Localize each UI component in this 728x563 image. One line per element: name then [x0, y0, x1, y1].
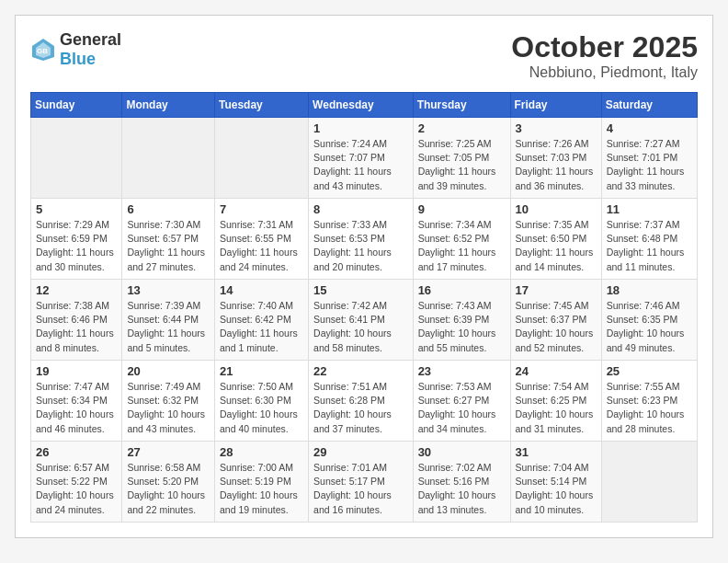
day-info: Sunrise: 7:26 AM Sunset: 7:03 PM Dayligh…: [516, 137, 597, 193]
calendar-cell: 18Sunrise: 7:46 AM Sunset: 6:35 PM Dayli…: [601, 280, 697, 361]
day-number: 8: [313, 202, 408, 216]
calendar-week-5: 26Sunrise: 6:57 AM Sunset: 5:22 PM Dayli…: [31, 442, 698, 523]
day-number: 11: [607, 202, 692, 216]
day-info: Sunrise: 7:04 AM Sunset: 5:14 PM Dayligh…: [516, 461, 597, 517]
calendar-cell: 26Sunrise: 6:57 AM Sunset: 5:22 PM Dayli…: [31, 442, 122, 523]
day-info: Sunrise: 7:01 AM Sunset: 5:17 PM Dayligh…: [313, 461, 408, 517]
day-number: 3: [516, 121, 597, 135]
calendar-week-2: 5Sunrise: 7:29 AM Sunset: 6:59 PM Daylig…: [31, 199, 698, 280]
calendar-cell: 14Sunrise: 7:40 AM Sunset: 6:42 PM Dayli…: [215, 280, 309, 361]
day-info: Sunrise: 7:29 AM Sunset: 6:59 PM Dayligh…: [36, 218, 117, 274]
calendar-cell: [122, 118, 215, 199]
calendar-cell: 30Sunrise: 7:02 AM Sunset: 5:16 PM Dayli…: [413, 442, 510, 523]
day-number: 15: [313, 283, 408, 297]
day-number: 17: [516, 283, 597, 297]
title-area: October 2025 Nebbiuno, Piedmont, Italy: [511, 30, 698, 81]
day-number: 28: [220, 445, 303, 459]
calendar-cell: 29Sunrise: 7:01 AM Sunset: 5:17 PM Dayli…: [309, 442, 414, 523]
day-info: Sunrise: 7:31 AM Sunset: 6:55 PM Dayligh…: [220, 218, 303, 274]
day-info: Sunrise: 6:57 AM Sunset: 5:22 PM Dayligh…: [36, 461, 117, 517]
calendar-cell: 27Sunrise: 6:58 AM Sunset: 5:20 PM Dayli…: [122, 442, 215, 523]
day-number: 24: [516, 364, 597, 378]
logo-icon: GB: [30, 37, 56, 63]
calendar-cell: 3Sunrise: 7:26 AM Sunset: 7:03 PM Daylig…: [510, 118, 601, 199]
day-number: 25: [607, 364, 692, 378]
calendar-container: GB General Blue October 2025 Nebbiuno, P…: [15, 15, 713, 538]
header-sunday: Sunday: [31, 93, 122, 118]
day-info: Sunrise: 7:33 AM Sunset: 6:53 PM Dayligh…: [313, 218, 408, 274]
svg-text:GB: GB: [37, 47, 48, 55]
day-number: 31: [516, 445, 597, 459]
calendar-cell: 1Sunrise: 7:24 AM Sunset: 7:07 PM Daylig…: [309, 118, 414, 199]
location-title: Nebbiuno, Piedmont, Italy: [511, 64, 698, 81]
header-saturday: Saturday: [601, 93, 697, 118]
day-number: 2: [418, 121, 506, 135]
day-number: 21: [220, 364, 303, 378]
calendar-cell: 23Sunrise: 7:53 AM Sunset: 6:27 PM Dayli…: [413, 361, 510, 442]
day-info: Sunrise: 7:42 AM Sunset: 6:41 PM Dayligh…: [313, 299, 408, 355]
day-info: Sunrise: 7:47 AM Sunset: 6:34 PM Dayligh…: [36, 380, 117, 436]
calendar-cell: 17Sunrise: 7:45 AM Sunset: 6:37 PM Dayli…: [510, 280, 601, 361]
day-number: 20: [127, 364, 210, 378]
day-number: 6: [127, 202, 210, 216]
day-info: Sunrise: 7:30 AM Sunset: 6:57 PM Dayligh…: [127, 218, 210, 274]
calendar-body: 1Sunrise: 7:24 AM Sunset: 7:07 PM Daylig…: [31, 118, 698, 523]
calendar-cell: 28Sunrise: 7:00 AM Sunset: 5:19 PM Dayli…: [215, 442, 309, 523]
logo: GB General Blue: [30, 30, 121, 69]
calendar-cell: 15Sunrise: 7:42 AM Sunset: 6:41 PM Dayli…: [309, 280, 414, 361]
calendar-cell: 19Sunrise: 7:47 AM Sunset: 6:34 PM Dayli…: [31, 361, 122, 442]
month-title: October 2025: [511, 30, 698, 64]
calendar-cell: [31, 118, 122, 199]
calendar-cell: 2Sunrise: 7:25 AM Sunset: 7:05 PM Daylig…: [413, 118, 510, 199]
logo-general: General: [60, 30, 121, 49]
calendar-cell: 8Sunrise: 7:33 AM Sunset: 6:53 PM Daylig…: [309, 199, 414, 280]
day-info: Sunrise: 6:58 AM Sunset: 5:20 PM Dayligh…: [127, 461, 210, 517]
day-info: Sunrise: 7:54 AM Sunset: 6:25 PM Dayligh…: [516, 380, 597, 436]
day-number: 19: [36, 364, 117, 378]
logo-blue: Blue: [60, 50, 96, 68]
day-info: Sunrise: 7:02 AM Sunset: 5:16 PM Dayligh…: [418, 461, 506, 517]
day-number: 29: [313, 445, 408, 459]
day-number: 12: [36, 283, 117, 297]
day-info: Sunrise: 7:55 AM Sunset: 6:23 PM Dayligh…: [607, 380, 692, 436]
calendar-cell: 5Sunrise: 7:29 AM Sunset: 6:59 PM Daylig…: [31, 199, 122, 280]
day-number: 7: [220, 202, 303, 216]
day-number: 27: [127, 445, 210, 459]
calendar-cell: 25Sunrise: 7:55 AM Sunset: 6:23 PM Dayli…: [601, 361, 697, 442]
calendar-cell: 4Sunrise: 7:27 AM Sunset: 7:01 PM Daylig…: [601, 118, 697, 199]
calendar-cell: [215, 118, 309, 199]
calendar-cell: 13Sunrise: 7:39 AM Sunset: 6:44 PM Dayli…: [122, 280, 215, 361]
day-info: Sunrise: 7:49 AM Sunset: 6:32 PM Dayligh…: [127, 380, 210, 436]
calendar-cell: 12Sunrise: 7:38 AM Sunset: 6:46 PM Dayli…: [31, 280, 122, 361]
header-wednesday: Wednesday: [309, 93, 414, 118]
day-info: Sunrise: 7:45 AM Sunset: 6:37 PM Dayligh…: [516, 299, 597, 355]
day-number: 10: [516, 202, 597, 216]
calendar-week-3: 12Sunrise: 7:38 AM Sunset: 6:46 PM Dayli…: [31, 280, 698, 361]
day-info: Sunrise: 7:38 AM Sunset: 6:46 PM Dayligh…: [36, 299, 117, 355]
day-number: 1: [313, 121, 408, 135]
day-info: Sunrise: 7:43 AM Sunset: 6:39 PM Dayligh…: [418, 299, 506, 355]
day-number: 26: [36, 445, 117, 459]
calendar-week-4: 19Sunrise: 7:47 AM Sunset: 6:34 PM Dayli…: [31, 361, 698, 442]
calendar-cell: 20Sunrise: 7:49 AM Sunset: 6:32 PM Dayli…: [122, 361, 215, 442]
day-info: Sunrise: 7:27 AM Sunset: 7:01 PM Dayligh…: [607, 137, 692, 193]
calendar-cell: 16Sunrise: 7:43 AM Sunset: 6:39 PM Dayli…: [413, 280, 510, 361]
header-tuesday: Tuesday: [215, 93, 309, 118]
day-info: Sunrise: 7:24 AM Sunset: 7:07 PM Dayligh…: [313, 137, 408, 193]
day-number: 13: [127, 283, 210, 297]
day-info: Sunrise: 7:50 AM Sunset: 6:30 PM Dayligh…: [220, 380, 303, 436]
calendar-cell: 9Sunrise: 7:34 AM Sunset: 6:52 PM Daylig…: [413, 199, 510, 280]
day-info: Sunrise: 7:34 AM Sunset: 6:52 PM Dayligh…: [418, 218, 506, 274]
day-info: Sunrise: 7:25 AM Sunset: 7:05 PM Dayligh…: [418, 137, 506, 193]
day-number: 18: [607, 283, 692, 297]
day-info: Sunrise: 7:35 AM Sunset: 6:50 PM Dayligh…: [516, 218, 597, 274]
header-monday: Monday: [122, 93, 215, 118]
day-number: 23: [418, 364, 506, 378]
day-number: 4: [607, 121, 692, 135]
day-info: Sunrise: 7:46 AM Sunset: 6:35 PM Dayligh…: [607, 299, 692, 355]
calendar-cell: 21Sunrise: 7:50 AM Sunset: 6:30 PM Dayli…: [215, 361, 309, 442]
day-number: 14: [220, 283, 303, 297]
day-info: Sunrise: 7:40 AM Sunset: 6:42 PM Dayligh…: [220, 299, 303, 355]
calendar-cell: 31Sunrise: 7:04 AM Sunset: 5:14 PM Dayli…: [510, 442, 601, 523]
calendar-cell: 24Sunrise: 7:54 AM Sunset: 6:25 PM Dayli…: [510, 361, 601, 442]
